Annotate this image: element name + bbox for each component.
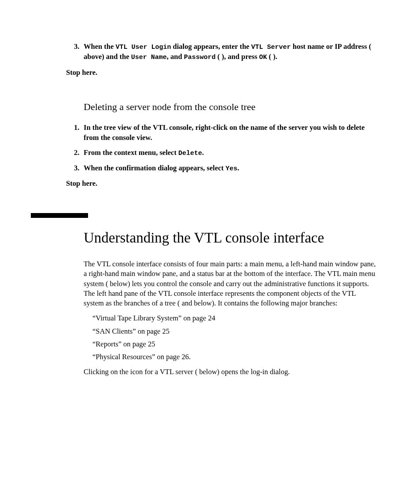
mono-text: VTL User Login [115, 44, 171, 51]
step-body: From the context menu, select Delete. [84, 148, 376, 158]
text: . [237, 164, 239, 172]
text: ( ), and press [216, 52, 259, 61]
reference-item: “Reports” on page 25 [92, 339, 376, 349]
text: . [202, 148, 204, 157]
step-number: 2. [74, 148, 82, 158]
step-number: 3. [74, 163, 82, 173]
subheading: Deleting a server node from the console … [84, 100, 376, 114]
step-body: In the tree view of the VTL console, rig… [84, 123, 376, 143]
delete-step-1: 1. In the tree view of the VTL console, … [66, 123, 376, 143]
text: When the confirmation dialog appears, se… [84, 164, 225, 172]
body-paragraph: The VTL console interface consists of fo… [84, 259, 376, 308]
delete-step-3: 3. When the confirmation dialog appears,… [66, 163, 376, 173]
step-number: 1. [74, 123, 82, 143]
body-paragraph: Clicking on the icon for a VTL server ( … [84, 367, 376, 377]
section-divider [31, 213, 88, 218]
mono-text: User Name [131, 54, 167, 61]
page-content: 3. When the VTL User Login dialog appear… [0, 0, 420, 409]
mono-text: OK [259, 54, 267, 61]
mono-text: Yes [225, 165, 237, 173]
step-3: 3. When the VTL User Login dialog appear… [66, 42, 376, 63]
stop-here: Stop here. [66, 68, 376, 77]
reference-item: “Physical Resources” on page 26. [92, 352, 376, 362]
text: ( ). [267, 52, 277, 61]
text: When the [84, 42, 115, 51]
reference-list: “Virtual Tape Library System” on page 24… [92, 313, 376, 362]
step-number: 3. [74, 42, 82, 63]
text: From the context menu, select [84, 148, 178, 157]
text: , and [167, 52, 184, 61]
stop-here: Stop here. [66, 179, 376, 188]
mono-text: VTL Server [251, 44, 291, 51]
delete-step-2: 2. From the context menu, select Delete. [66, 148, 376, 158]
mono-text: Password [184, 54, 216, 61]
reference-item: “SAN Clients” on page 25 [92, 327, 376, 336]
step-body: When the VTL User Login dialog appears, … [84, 42, 376, 63]
mono-text: Delete [178, 150, 202, 157]
text: dialog appears, enter the [171, 42, 251, 51]
step-body: When the confirmation dialog appears, se… [84, 163, 376, 173]
reference-item: “Virtual Tape Library System” on page 24 [92, 313, 376, 323]
section-heading: Understanding the VTL console interface [84, 229, 376, 247]
